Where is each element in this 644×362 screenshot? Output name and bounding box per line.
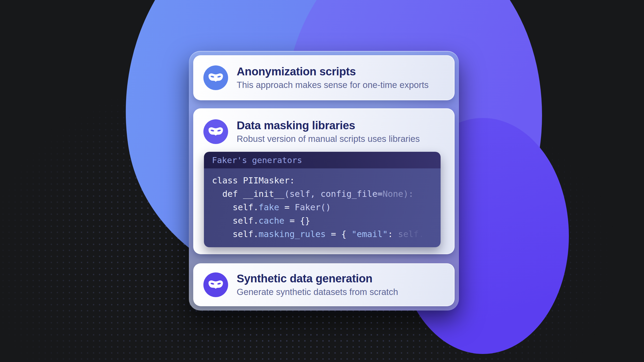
mask-icon <box>203 272 228 297</box>
background: Anonymization scripts This approach make… <box>0 0 644 362</box>
card-subtitle: This approach makes sense for one-time e… <box>237 80 429 90</box>
mask-icon <box>203 119 228 144</box>
code-line: self.fake = Faker() <box>212 201 433 214</box>
mask-icon <box>203 65 228 90</box>
code-window-title: Faker's generators <box>212 155 302 165</box>
card-title: Anonymization scripts <box>237 65 429 78</box>
card-synthetic-data-generation: Synthetic data generation Generate synth… <box>193 263 455 306</box>
card-title: Data masking libraries <box>237 119 420 132</box>
card-data-masking-libraries: Data masking libraries Robust version of… <box>193 108 455 254</box>
card-header: Data masking libraries Robust version of… <box>203 119 442 144</box>
card-subtitle: Robust version of manual scripts uses li… <box>237 134 420 144</box>
code-line: self.cache = {} <box>212 214 433 227</box>
code-window: Faker's generators class PIIMasker: def … <box>204 152 441 247</box>
code-line: self.masking_rules = { "email": self._ <box>212 227 433 241</box>
code-line: class PIIMasker: <box>212 174 433 187</box>
card-anonymization-scripts: Anonymization scripts This approach make… <box>193 55 455 100</box>
code-body: class PIIMasker: def __init__(self, conf… <box>204 168 441 247</box>
card-title: Synthetic data generation <box>237 272 398 285</box>
code-line: def __init__(self, config_file=None): <box>212 187 433 201</box>
options-panel: Anonymization scripts This approach make… <box>189 51 459 311</box>
card-subtitle: Generate synthetic datasets from scratch <box>237 287 398 297</box>
code-window-header: Faker's generators <box>204 152 441 168</box>
